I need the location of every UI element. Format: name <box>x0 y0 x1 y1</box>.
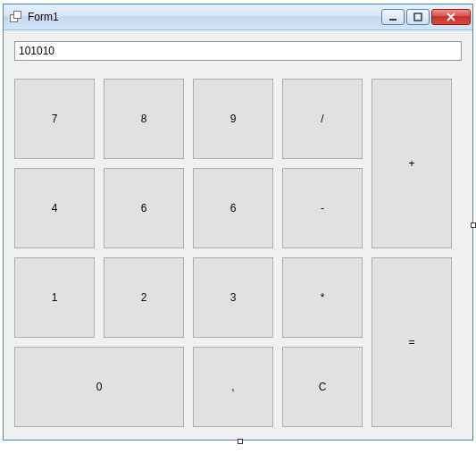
multiply-button[interactable]: * <box>282 257 363 338</box>
digit-6a-button[interactable]: 6 <box>104 168 184 248</box>
divide-button[interactable]: / <box>282 79 363 159</box>
plus-button[interactable]: + <box>372 79 452 248</box>
minimize-icon <box>388 13 397 21</box>
close-icon <box>446 13 456 21</box>
window-controls <box>381 9 471 25</box>
digit-4-button[interactable]: 4 <box>14 168 95 248</box>
digit-2-button[interactable]: 2 <box>104 257 184 338</box>
digit-8-button[interactable]: 8 <box>104 79 184 159</box>
client-area: 7 8 9 / + 4 6 6 - 1 2 3 * = 0 , C <box>4 30 472 440</box>
equals-button[interactable]: = <box>372 257 452 427</box>
digit-9-button[interactable]: 9 <box>193 79 273 159</box>
maximize-button[interactable] <box>406 9 430 25</box>
resize-handle-right[interactable] <box>471 222 476 228</box>
svg-rect-0 <box>389 19 397 21</box>
window-form1: Form1 7 8 9 <box>3 4 473 441</box>
titlebar[interactable]: Form1 <box>4 4 472 30</box>
resize-handle-bottom[interactable] <box>238 439 243 444</box>
digit-1-button[interactable]: 1 <box>14 257 95 338</box>
close-button[interactable] <box>431 9 471 25</box>
window-title: Form1 <box>28 11 59 23</box>
maximize-icon <box>413 13 422 21</box>
digit-0-button[interactable]: 0 <box>14 347 184 427</box>
digit-7-button[interactable]: 7 <box>14 79 95 159</box>
display-input[interactable] <box>14 41 462 61</box>
minus-button[interactable]: - <box>282 168 363 248</box>
digit-3-button[interactable]: 3 <box>193 257 273 338</box>
digit-6b-button[interactable]: 6 <box>193 168 273 248</box>
decimal-button[interactable]: , <box>193 347 273 427</box>
svg-rect-1 <box>414 13 422 21</box>
app-icon <box>9 10 23 24</box>
clear-button[interactable]: C <box>282 347 363 427</box>
minimize-button[interactable] <box>381 9 405 25</box>
button-grid: 7 8 9 / + 4 6 6 - 1 2 3 * = 0 , C <box>14 79 462 427</box>
